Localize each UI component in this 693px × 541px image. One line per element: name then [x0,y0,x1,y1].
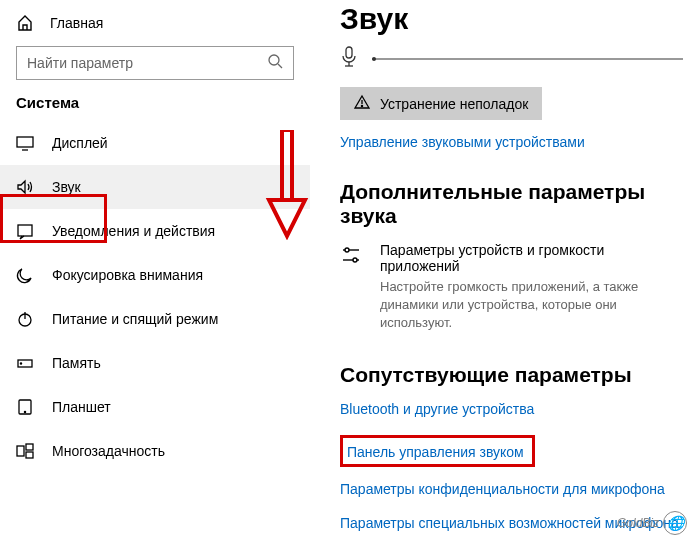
mixer-icon [340,244,362,269]
home-icon [16,14,34,32]
globe-icon: 🌐 [663,511,687,535]
svg-point-0 [269,55,279,65]
sidebar-item-label: Звук [52,179,81,195]
troubleshoot-label: Устранение неполадок [380,96,528,112]
sidebar-item-label: Уведомления и действия [52,223,215,239]
related-heading: Сопутствующие параметры [340,363,683,387]
sidebar-item-power[interactable]: Питание и спящий режим [0,297,310,341]
sidebar-item-sound[interactable]: Звук [0,165,310,209]
app-volume-row[interactable]: Параметры устройств и громкости приложен… [340,242,683,333]
sound-icon [16,178,34,196]
sidebar-item-display[interactable]: Дисплей [0,121,310,165]
link-sound-control-panel[interactable]: Панель управления звуком [347,444,524,460]
svg-point-20 [361,105,362,106]
sidebar-item-label: Питание и спящий режим [52,311,218,327]
sidebar-item-label: Дисплей [52,135,108,151]
link-mic-privacy[interactable]: Параметры конфиденциальности для микрофо… [340,481,683,497]
sidebar-item-label: Память [52,355,101,371]
system-section-label: Система [0,94,310,121]
multitask-icon [16,442,34,460]
search-input[interactable]: Найти параметр [16,46,294,80]
troubleshoot-button[interactable]: Устранение неполадок [340,87,542,120]
svg-rect-12 [26,444,33,450]
sidebar-item-focus[interactable]: Фокусировка внимания [0,253,310,297]
slider-track[interactable] [372,58,683,60]
svg-point-8 [20,363,21,364]
svg-rect-13 [26,452,33,458]
home-nav[interactable]: Главная [0,8,310,42]
storage-icon [16,354,34,372]
search-placeholder: Найти параметр [27,55,133,71]
home-label: Главная [50,15,103,31]
watermark-text: GoldBiz [617,516,659,530]
app-volume-description: Настройте громкость приложений, а также … [380,278,670,333]
annotation-highlight-panel: Панель управления звуком [340,435,535,467]
sidebar-item-label: Многозадачность [52,443,165,459]
volume-slider[interactable] [340,46,683,71]
page-title: Звук [340,2,683,36]
display-icon [16,134,34,152]
watermark: GoldBiz 🌐 [617,511,687,535]
notifications-icon [16,222,34,240]
sidebar-item-storage[interactable]: Память [0,341,310,385]
search-icon [268,54,283,72]
svg-point-10 [24,411,25,412]
sidebar-item-multitask[interactable]: Многозадачность [0,429,310,473]
manage-devices-link[interactable]: Управление звуковыми устройствами [340,134,683,150]
sidebar-item-tablet[interactable]: Планшет [0,385,310,429]
svg-rect-16 [346,47,352,58]
link-bluetooth[interactable]: Bluetooth и другие устройства [340,401,683,417]
app-volume-title: Параметры устройств и громкости приложен… [380,242,683,274]
svg-rect-11 [17,446,24,456]
sidebar-item-notifications[interactable]: Уведомления и действия [0,209,310,253]
focus-icon [16,266,34,284]
svg-rect-2 [17,137,33,147]
svg-point-24 [353,258,357,262]
sidebar-item-label: Планшет [52,399,111,415]
sidebar-item-label: Фокусировка внимания [52,267,203,283]
microphone-icon [340,46,358,71]
tablet-icon [16,398,34,416]
power-icon [16,310,34,328]
warning-icon [354,94,370,113]
svg-point-23 [345,248,349,252]
svg-rect-4 [18,225,32,236]
svg-line-1 [278,64,282,68]
advanced-heading: Дополнительные параметры звука [340,180,683,228]
